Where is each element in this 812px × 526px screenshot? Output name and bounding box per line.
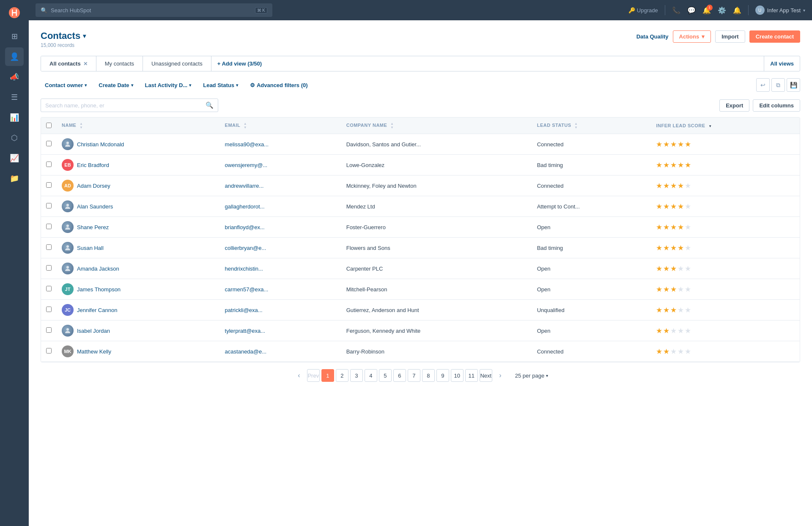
global-search-bar[interactable]: 🔍 ⌘K bbox=[36, 3, 272, 17]
copy-filter-button[interactable]: ⧉ bbox=[771, 78, 785, 92]
row-checkbox-2[interactable] bbox=[46, 182, 52, 188]
tabs-row: All contacts ✕ My contacts Unassigned co… bbox=[41, 56, 800, 71]
tab-my-contacts[interactable]: My contacts bbox=[96, 56, 143, 71]
page-button-10[interactable]: 10 bbox=[451, 369, 464, 382]
sidebar-item-reports[interactable]: 📊 bbox=[5, 108, 24, 127]
contact-name-link[interactable]: Christian Mcdonald bbox=[77, 141, 124, 148]
row-checkbox-4[interactable] bbox=[46, 224, 52, 229]
phone-icon[interactable]: 📞 bbox=[672, 6, 680, 14]
create-contact-button[interactable]: Create contact bbox=[749, 30, 800, 43]
tab-close-icon[interactable]: ✕ bbox=[83, 61, 88, 67]
page-button-8[interactable]: 8 bbox=[422, 369, 435, 382]
contact-email-link[interactable]: gallagherdorot... bbox=[225, 203, 265, 210]
contact-name-link[interactable]: Eric Bradford bbox=[77, 162, 109, 168]
page-button-6[interactable]: 6 bbox=[393, 369, 406, 382]
hubspot-logo[interactable] bbox=[7, 5, 22, 20]
contact-name-link[interactable]: Adam Dorsey bbox=[77, 183, 110, 189]
page-button-11[interactable]: 11 bbox=[465, 369, 478, 382]
page-button-7[interactable]: 7 bbox=[408, 369, 420, 382]
sidebar-item-files[interactable]: 📁 bbox=[5, 169, 24, 188]
contact-email-link[interactable]: tylerpratt@exa... bbox=[225, 328, 266, 334]
notifications-icon[interactable]: 🔔 1 bbox=[702, 6, 711, 14]
column-infer-score[interactable]: INFER LEAD SCORE ▼ bbox=[651, 118, 800, 134]
all-views-button[interactable]: All views bbox=[764, 56, 800, 71]
contact-name-link[interactable]: James Thompson bbox=[77, 286, 121, 293]
add-view-button[interactable]: + Add view (3/50) bbox=[211, 56, 268, 71]
contact-email-link[interactable]: hendrixchistin... bbox=[225, 266, 263, 272]
sidebar-item-lists[interactable]: ☰ bbox=[5, 88, 24, 107]
column-lead-status[interactable]: LEAD STATUS ▲▼ bbox=[532, 118, 651, 134]
sidebar-item-contacts[interactable]: 👤 bbox=[5, 47, 24, 66]
contact-name-link[interactable]: Alan Saunders bbox=[77, 203, 113, 210]
global-search-input[interactable] bbox=[51, 7, 252, 14]
contact-email-link[interactable]: brianfloyd@ex... bbox=[225, 224, 265, 230]
contact-name-link[interactable]: Jennifer Cannon bbox=[77, 307, 117, 313]
contact-name-link[interactable]: Amanda Jackson bbox=[77, 266, 119, 272]
save-filter-button[interactable]: 💾 bbox=[787, 78, 800, 92]
upgrade-button[interactable]: 🔑 Upgrade bbox=[628, 7, 658, 14]
tab-unassigned-contacts[interactable]: Unassigned contacts bbox=[143, 56, 211, 71]
sidebar-item-network[interactable]: ⬡ bbox=[5, 129, 24, 147]
data-quality-link[interactable]: Data Quality bbox=[636, 33, 669, 40]
row-checkbox-6[interactable] bbox=[46, 265, 52, 271]
table-search-input[interactable] bbox=[45, 102, 203, 109]
contact-email-link[interactable]: collierbryan@e... bbox=[225, 245, 266, 251]
next-page-button[interactable]: › bbox=[494, 369, 507, 382]
contact-email-link[interactable]: carmen57@exa... bbox=[225, 286, 269, 293]
edit-columns-button[interactable]: Edit columns bbox=[753, 99, 800, 112]
contact-email-link[interactable]: andrewvillarre... bbox=[225, 183, 264, 189]
column-company[interactable]: COMPANY NAME ▲▼ bbox=[341, 118, 532, 134]
contact-email-link[interactable]: patrickli@exa... bbox=[225, 307, 263, 313]
row-checkbox-7[interactable] bbox=[46, 286, 52, 291]
select-all-checkbox[interactable] bbox=[46, 123, 52, 128]
contact-name-link[interactable]: Shane Perez bbox=[77, 224, 109, 230]
row-checkbox-0[interactable] bbox=[46, 141, 52, 146]
per-page-select[interactable]: 25 per page ▾ bbox=[515, 373, 548, 379]
contact-email-link[interactable]: acastaneda@e... bbox=[225, 348, 266, 355]
sidebar-item-home[interactable]: ⊞ bbox=[5, 27, 24, 46]
row-checkbox-8[interactable] bbox=[46, 307, 52, 312]
column-email[interactable]: EMAIL ▲▼ bbox=[220, 118, 341, 134]
tab-all-contacts[interactable]: All contacts ✕ bbox=[41, 56, 96, 71]
undo-filter-button[interactable]: ↩ bbox=[756, 78, 770, 92]
page-button-4[interactable]: 4 bbox=[365, 369, 377, 382]
page-button-2[interactable]: 2 bbox=[336, 369, 348, 382]
contact-email-link[interactable]: owensjeremy@... bbox=[225, 162, 268, 168]
advanced-filters-button[interactable]: ⚙ Advanced filters (0) bbox=[246, 80, 312, 90]
table-search-bar[interactable]: 🔍 bbox=[41, 99, 218, 112]
contact-name-link[interactable]: Matthew Kelly bbox=[77, 348, 111, 355]
lead-status-filter[interactable]: Lead Status ▾ bbox=[199, 80, 242, 90]
actions-button[interactable]: Actions ▾ bbox=[673, 30, 711, 43]
row-checkbox-10[interactable] bbox=[46, 348, 52, 353]
prev-label-button[interactable]: Prev bbox=[307, 369, 320, 382]
contact-name-link[interactable]: Isabel Jordan bbox=[77, 328, 110, 334]
create-date-filter[interactable]: Create Date ▾ bbox=[94, 80, 137, 90]
table-search-icon[interactable]: 🔍 bbox=[206, 101, 214, 109]
page-button-5[interactable]: 5 bbox=[379, 369, 392, 382]
export-button[interactable]: Export bbox=[719, 99, 749, 112]
last-activity-filter[interactable]: Last Activity D... ▾ bbox=[141, 80, 196, 90]
row-checkbox-9[interactable] bbox=[46, 327, 52, 333]
page-button-3[interactable]: 3 bbox=[350, 369, 363, 382]
prev-page-button[interactable]: ‹ bbox=[293, 369, 305, 382]
sidebar-item-marketing[interactable]: 📣 bbox=[5, 68, 24, 86]
row-checkbox-1[interactable] bbox=[46, 162, 52, 167]
page-button-9[interactable]: 9 bbox=[436, 369, 449, 382]
settings-icon[interactable]: ⚙️ bbox=[718, 6, 726, 14]
row-checkbox-3[interactable] bbox=[46, 203, 52, 208]
column-name[interactable]: NAME ▲▼ bbox=[57, 118, 220, 134]
contact-email-link[interactable]: melissa90@exa... bbox=[225, 141, 269, 148]
help-icon[interactable]: 🔔 bbox=[733, 6, 741, 14]
contact-name-link[interactable]: Susan Hall bbox=[77, 245, 104, 251]
contact-owner-filter[interactable]: Contact owner ▾ bbox=[41, 80, 91, 90]
conversations-icon[interactable]: 💬 bbox=[687, 6, 696, 14]
page-button-1[interactable]: 1 bbox=[321, 369, 334, 382]
import-button[interactable]: Import bbox=[715, 30, 745, 43]
title-dropdown-arrow[interactable]: ▾ bbox=[83, 33, 86, 39]
row-checkbox-5[interactable] bbox=[46, 244, 52, 250]
next-label-button[interactable]: Next bbox=[480, 369, 492, 382]
sidebar-item-analytics[interactable]: 📈 bbox=[5, 149, 24, 167]
filled-star-icon: ★ bbox=[670, 223, 677, 232]
page-title-group: Contacts ▾ 15,000 records bbox=[41, 30, 86, 48]
user-menu-button[interactable]: U Infer App Test ▾ bbox=[755, 5, 805, 15]
